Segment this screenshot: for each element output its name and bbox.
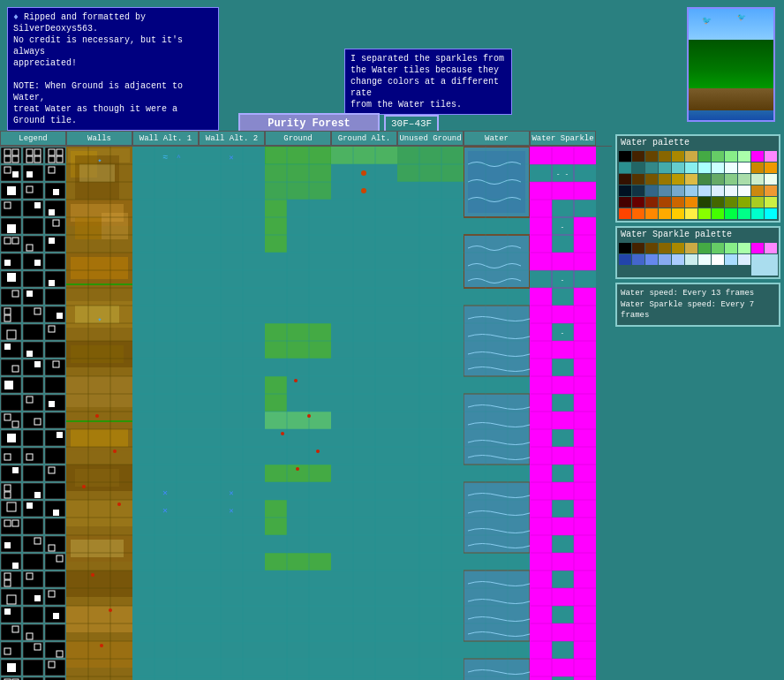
svg-rect-155	[4, 608, 11, 615]
svg-text:^: ^	[177, 154, 181, 162]
water-sparkle-speed-line2: Water Sparkle speed: Every 7 frames	[621, 300, 754, 321]
svg-rect-522	[530, 394, 552, 412]
svg-rect-50	[45, 253, 65, 269]
walls-column: ✦ ✦	[66, 147, 132, 680]
svg-rect-75	[23, 342, 43, 358]
water-palette-title: Water palette	[617, 136, 779, 149]
sparkle-tiles: - - - - -	[530, 147, 596, 680]
svg-rect-163	[45, 624, 65, 640]
svg-rect-527	[530, 447, 596, 465]
palette-swatch	[751, 174, 764, 185]
svg-rect-46	[1, 253, 21, 269]
header-water-sparkle: Water Sparkle	[530, 131, 596, 146]
main-grid-area: Legend Walls Wall Alt. 1 Wall Alt. 2 Gro…	[0, 131, 612, 680]
svg-point-251	[95, 414, 99, 418]
svg-rect-87	[45, 377, 65, 393]
svg-rect-203	[71, 345, 124, 363]
svg-point-253	[82, 485, 86, 488]
svg-rect-47	[4, 260, 11, 266]
sparkle-swatch	[619, 254, 631, 265]
svg-rect-215	[66, 641, 132, 668]
palette-swatch	[619, 174, 631, 185]
sparkle-swatch	[685, 254, 697, 265]
svg-text:✦: ✦	[98, 315, 102, 323]
svg-rect-518	[530, 341, 596, 359]
palette-swatch	[659, 151, 671, 162]
svg-rect-533	[530, 518, 596, 535]
palette-swatch	[685, 208, 697, 219]
palette-swatch	[619, 208, 631, 219]
svg-rect-343	[265, 412, 331, 429]
svg-rect-536	[530, 553, 596, 570]
palette-swatch	[738, 185, 750, 196]
palette-swatch	[698, 197, 711, 208]
sparkle-swatch	[672, 243, 684, 253]
svg-rect-516	[530, 323, 552, 341]
svg-rect-386	[331, 147, 397, 164]
svg-rect-258	[132, 147, 199, 680]
palette-swatch	[712, 151, 724, 162]
svg-rect-108	[45, 448, 65, 464]
svg-rect-139	[23, 554, 43, 570]
svg-rect-103	[57, 432, 63, 438]
svg-text:-: -	[561, 329, 565, 336]
sparkle-swatch	[738, 254, 750, 265]
palette-swatch	[765, 162, 777, 173]
sparkle-swatch	[712, 254, 724, 265]
svg-rect-336	[265, 200, 287, 217]
svg-rect-55	[49, 280, 55, 286]
sparkle-palette-box: Water Sparkle palette	[615, 226, 780, 279]
palette-swatch	[751, 208, 764, 219]
svg-rect-509	[530, 235, 552, 253]
svg-rect-101	[23, 430, 43, 446]
sparkle-swatch	[712, 243, 724, 253]
svg-rect-111	[23, 465, 43, 481]
svg-rect-340	[265, 341, 331, 359]
palette-swatch	[685, 151, 697, 162]
svg-rect-88	[1, 395, 21, 411]
svg-rect-339	[265, 323, 331, 341]
speed-info-box: Water speed: Every 13 frames Water Spark…	[615, 283, 780, 327]
sparkle-swatch-large	[751, 254, 778, 276]
svg-rect-539	[530, 588, 596, 606]
svg-rect-517	[574, 323, 596, 341]
palette-swatch	[712, 174, 724, 185]
svg-rect-512	[530, 253, 596, 270]
svg-rect-151	[34, 595, 41, 601]
palette-swatch	[751, 151, 764, 162]
svg-rect-204	[66, 376, 132, 407]
svg-rect-344	[265, 465, 331, 482]
header-unused-ground: Unused Ground	[397, 131, 464, 146]
svg-rect-544	[574, 641, 596, 659]
palette-swatch	[698, 151, 711, 162]
svg-rect-547	[574, 676, 596, 680]
palette-swatch	[765, 208, 777, 219]
palette-swatch	[645, 151, 658, 162]
svg-rect-505	[530, 147, 596, 164]
svg-text:✕: ✕	[162, 488, 168, 498]
svg-rect-213	[66, 570, 132, 597]
sparkle-swatch	[672, 254, 684, 265]
svg-rect-341	[265, 376, 287, 394]
svg-rect-508	[530, 217, 552, 235]
svg-rect-546	[530, 676, 552, 680]
svg-rect-123	[26, 502, 33, 509]
svg-rect-17	[12, 171, 19, 178]
svg-rect-209	[75, 469, 119, 487]
palette-swatch	[685, 174, 697, 185]
svg-rect-507	[530, 200, 552, 217]
palette-swatch	[659, 208, 671, 219]
svg-rect-337	[265, 217, 287, 235]
wall-alt2-column: ✕ ✕ ✕	[199, 147, 265, 680]
svg-rect-76	[26, 351, 33, 357]
sparkle-swatch	[659, 254, 671, 265]
palette-swatch	[738, 151, 750, 162]
svg-rect-423	[397, 164, 464, 182]
palette-swatch	[632, 185, 645, 196]
svg-rect-98	[45, 412, 65, 428]
water-sparkle-column: - - - - -	[530, 147, 596, 680]
ground-tiles	[265, 147, 331, 680]
svg-rect-49	[34, 260, 41, 266]
svg-point-387	[361, 170, 366, 176]
svg-rect-520	[574, 359, 596, 376]
